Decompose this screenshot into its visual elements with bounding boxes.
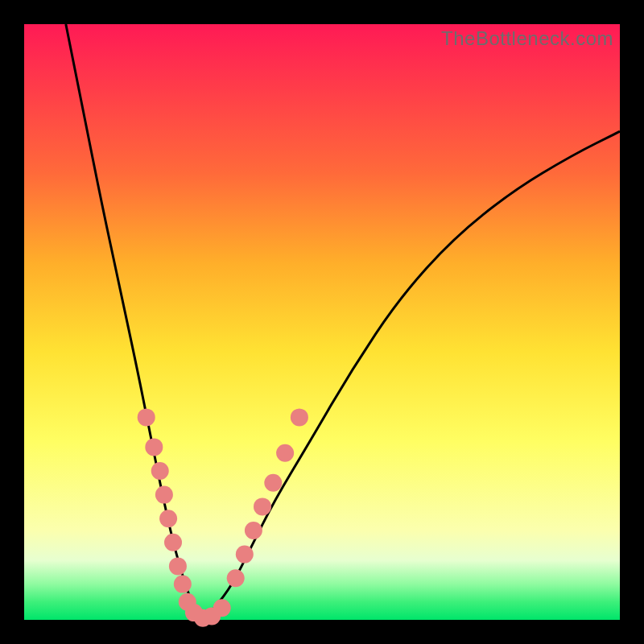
data-point (169, 557, 187, 575)
data-point (151, 462, 169, 480)
data-point (227, 569, 245, 587)
data-point (174, 576, 192, 593)
data-point (155, 486, 173, 504)
data-point (159, 510, 177, 527)
chart-svg (24, 24, 620, 620)
chart-frame: TheBottleneck.com (0, 0, 644, 644)
data-point (164, 534, 182, 551)
data-point (236, 546, 254, 564)
data-point (276, 444, 294, 462)
data-point (213, 599, 231, 617)
data-point (145, 438, 163, 456)
data-point (254, 497, 271, 515)
data-point (291, 408, 308, 426)
plot-area: TheBottleneck.com (24, 24, 620, 620)
data-point (264, 474, 282, 492)
bottleneck-curve (66, 24, 620, 617)
data-point (245, 522, 262, 539)
data-point (138, 408, 155, 426)
data-markers (138, 408, 308, 626)
